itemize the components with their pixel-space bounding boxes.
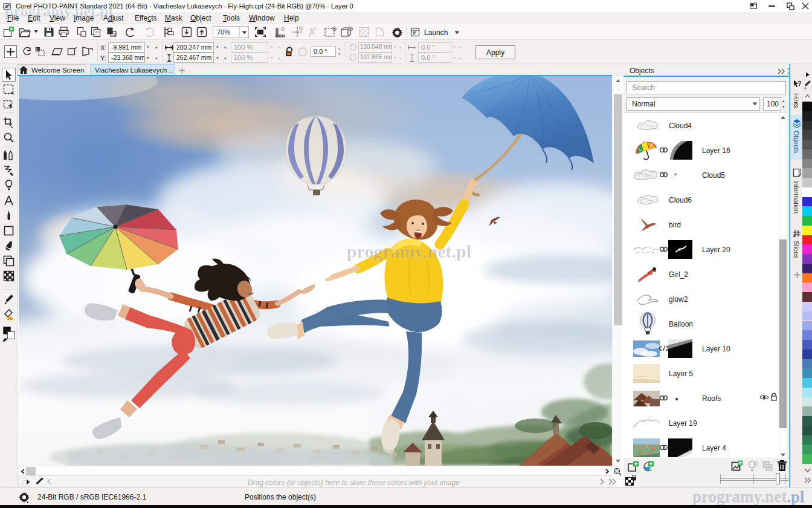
svg-text:?: ? bbox=[798, 80, 801, 87]
svg-text:programy.net.pl: programy.net.pl bbox=[347, 241, 471, 261]
